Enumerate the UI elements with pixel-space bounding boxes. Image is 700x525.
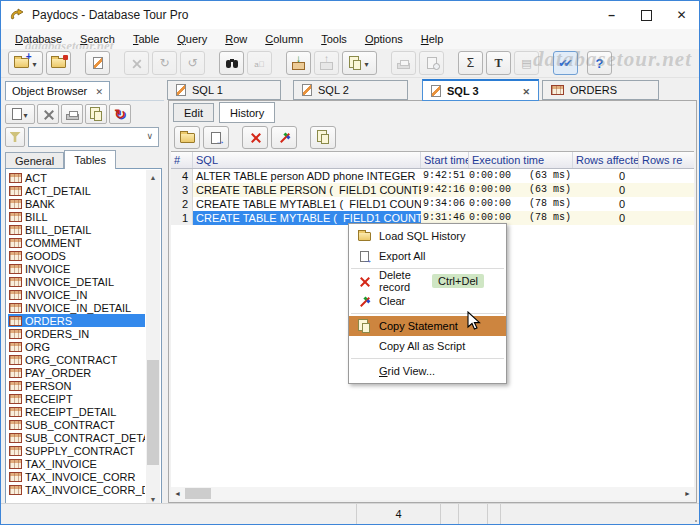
menu-item-copy-statement[interactable]: Copy Statement <box>349 316 506 336</box>
scroll-thumb[interactable] <box>185 488 211 499</box>
list-item[interactable]: RECEIPT_DETAIL <box>8 405 145 418</box>
tab-sql-2[interactable]: SQL 2 <box>293 80 408 100</box>
scroll-thumb[interactable] <box>147 360 159 465</box>
menu-item-export-all[interactable]: Export All <box>349 246 506 266</box>
table-row[interactable]: 4 ALTER TABLE person ADD phone INTEGER 9… <box>171 169 694 183</box>
scroll-right-icon[interactable]: ► <box>681 487 694 500</box>
subtab-edit[interactable]: Edit <box>173 103 214 122</box>
refresh-button[interactable] <box>109 104 131 124</box>
col-header-rows-affected[interactable]: Rows affected <box>573 152 639 168</box>
tab-orders[interactable]: ORDERS <box>542 80 659 100</box>
copy-statement-button[interactable] <box>310 126 336 149</box>
list-item[interactable]: COMMENT <box>8 236 145 249</box>
list-item[interactable]: RECEIPT <box>8 392 145 405</box>
list-item[interactable]: PERSON <box>8 379 145 392</box>
copy-object-button[interactable] <box>85 104 107 124</box>
export-button[interactable] <box>314 51 339 75</box>
resize-grip[interactable] <box>695 520 697 522</box>
text-button[interactable] <box>486 51 511 75</box>
log-button[interactable] <box>514 51 539 75</box>
table-row[interactable]: 2 CREATE TABLE MYTABLE1 ( FIELD1 COUNTER… <box>171 197 694 211</box>
close-tab-icon[interactable] <box>522 85 530 97</box>
list-item[interactable]: ACT_DETAIL <box>8 184 145 197</box>
tab-tables[interactable]: Tables <box>64 150 116 169</box>
menu-item-grid-view[interactable]: Grid View... <box>349 361 506 381</box>
menu-search[interactable]: Search <box>71 31 124 47</box>
filter-combobox[interactable] <box>28 127 159 147</box>
list-item[interactable]: INVOICE_IN <box>8 288 145 301</box>
scroll-left-icon[interactable]: ◄ <box>171 487 184 500</box>
col-header-start-time[interactable]: Start time <box>421 152 469 168</box>
list-item[interactable]: TAX_INVOICE <box>8 457 145 470</box>
tab-sql-3[interactable]: SQL 3 <box>422 79 539 101</box>
tab-general[interactable]: General <box>5 152 64 169</box>
tables-scrollbar[interactable]: ▲ ▼ <box>146 170 160 506</box>
menu-item-copy-all-as-script[interactable]: Copy All as Script <box>349 336 506 356</box>
col-header-execution-time[interactable]: Execution time <box>469 152 573 168</box>
close-icon[interactable] <box>95 85 103 97</box>
list-item[interactable]: ORG <box>8 340 145 353</box>
menu-query[interactable]: Query <box>168 31 216 47</box>
print-object-button[interactable] <box>61 104 83 124</box>
menu-item-clear[interactable]: Clear <box>349 291 506 311</box>
list-item[interactable]: INVOICE_IN_DETAIL <box>8 301 145 314</box>
delete-object-button[interactable] <box>37 104 59 124</box>
import-button[interactable] <box>286 51 311 75</box>
check-options-button[interactable] <box>553 51 578 75</box>
list-item[interactable]: SUB_CONTRACT <box>8 418 145 431</box>
list-item[interactable]: INVOICE <box>8 262 145 275</box>
col-header-sql[interactable]: SQL <box>193 152 421 168</box>
delete-record-button[interactable] <box>242 126 268 149</box>
list-item[interactable]: GOODS <box>8 249 145 262</box>
list-item[interactable]: TAX_INVOICE_CORR_DE <box>8 483 145 496</box>
replace-button[interactable] <box>247 51 272 75</box>
subtab-history[interactable]: History <box>219 102 275 123</box>
close-button[interactable] <box>664 1 699 29</box>
object-browser-tab[interactable]: Object Browser <box>5 81 110 101</box>
menu-item-delete-record[interactable]: Delete record Ctrl+Del <box>349 271 506 291</box>
aggregate-button[interactable] <box>458 51 483 75</box>
list-item[interactable]: TAX_INVOICE_CORR <box>8 470 145 483</box>
edit-sql-button[interactable] <box>85 51 110 75</box>
menu-help[interactable]: Help <box>412 31 453 47</box>
maximize-button[interactable] <box>629 1 664 29</box>
close-file-button[interactable] <box>46 51 71 75</box>
find-button[interactable] <box>219 51 244 75</box>
help-button[interactable] <box>587 51 612 75</box>
list-item[interactable]: ORDERS_IN <box>8 327 145 340</box>
undo-button[interactable] <box>180 51 205 75</box>
open-file-button[interactable] <box>8 51 43 75</box>
col-header-num[interactable]: # <box>171 152 193 168</box>
menu-database[interactable]: Database <box>6 31 71 47</box>
list-item[interactable]: ACT <box>8 171 145 184</box>
list-item[interactable]: BILL <box>8 210 145 223</box>
filter-button[interactable] <box>5 127 25 147</box>
export-history-button[interactable] <box>203 126 229 149</box>
horizontal-scrollbar[interactable]: ◄ ► <box>171 487 694 500</box>
redo-button[interactable] <box>152 51 177 75</box>
col-header-rows-returned[interactable]: Rows re <box>639 152 694 168</box>
print-preview-button[interactable] <box>419 51 444 75</box>
list-item[interactable]: BANK <box>8 197 145 210</box>
list-item-selected[interactable]: ORDERS <box>8 314 145 327</box>
menu-tools[interactable]: Tools <box>312 31 356 47</box>
minimize-button[interactable] <box>594 1 629 29</box>
menu-options[interactable]: Options <box>356 31 412 47</box>
menu-column[interactable]: Column <box>256 31 312 47</box>
scroll-up-icon[interactable]: ▲ <box>146 170 160 184</box>
list-item[interactable]: ORG_CONTRACT <box>8 353 145 366</box>
tab-sql-1[interactable]: SQL 1 <box>167 80 281 100</box>
table-row[interactable]: 3 CREATE TABLE PERSON ( FIELD1 COUNTER N… <box>171 183 694 197</box>
copy-button[interactable] <box>342 51 377 75</box>
menu-item-load-sql-history[interactable]: Load SQL History <box>349 226 506 246</box>
list-item[interactable]: INVOICE_DETAIL <box>8 275 145 288</box>
load-history-button[interactable] <box>174 126 200 149</box>
print-button[interactable] <box>391 51 416 75</box>
list-item[interactable]: SUB_CONTRACT_DETAIL <box>8 431 145 444</box>
clear-history-button[interactable] <box>271 126 297 149</box>
menu-table[interactable]: Table <box>124 31 168 47</box>
list-item[interactable]: SUPPLY_CONTRACT <box>8 444 145 457</box>
list-item[interactable]: PAY_ORDER <box>8 366 145 379</box>
cut-button[interactable] <box>124 51 149 75</box>
list-item[interactable]: BILL_DETAIL <box>8 223 145 236</box>
